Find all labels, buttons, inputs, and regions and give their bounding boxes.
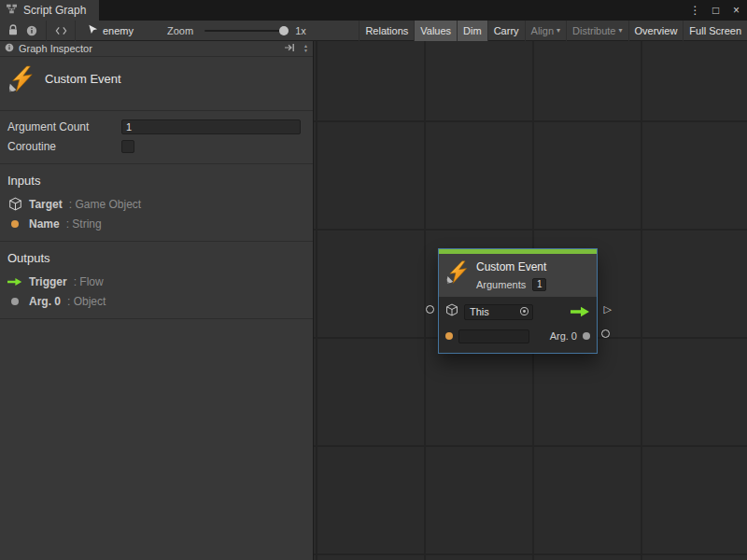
inspector-title: Graph Inspector [19,43,92,54]
target-port-circle[interactable] [426,305,434,314]
flow-port-triangle[interactable]: ▷ [604,304,612,315]
window-close-icon[interactable]: × [730,4,742,17]
coroutine-row: Coroutine [0,136,313,156]
arg0-port-circle[interactable] [601,329,610,338]
window-controls: ⋮ □ × [689,0,742,21]
custom-event-node[interactable]: Custom Event Arguments 1 This [438,248,598,354]
cursor-icon [88,24,98,36]
list-item: Name : String [0,214,313,233]
button-label: Values [420,25,451,36]
zoom-slider-handle[interactable] [279,26,289,35]
outputs-section: Outputs Trigger : Flow Arg. 0 : Object [0,242,313,319]
script-graph-icon [6,4,18,17]
port-name: Trigger [29,275,67,288]
toolbar-button-values[interactable]: Values [414,21,457,41]
port-name: Target [29,198,63,211]
toolbar-button-distribute[interactable]: Distribute▾ [566,21,627,41]
flow-arrow-icon[interactable] [571,306,590,317]
zoom-label: Zoom [167,25,193,36]
custom-event-icon [7,65,35,97]
graph-canvas[interactable]: Custom Event Arguments 1 This [314,41,747,560]
chevron-down-icon: ▾ [619,26,623,35]
value-port-icon [7,220,22,228]
button-label: Overview [635,25,678,36]
object-picker-icon[interactable] [519,306,529,318]
argument-count-input[interactable]: 1 [121,119,301,134]
port-type: : Flow [74,275,104,288]
button-label: Dim [463,25,482,36]
toolbar-button-relations[interactable]: Relations [359,21,414,41]
window-maximize-icon[interactable]: □ [710,4,722,17]
arguments-label: Arguments [476,279,526,290]
outputs-heading: Outputs [0,247,313,272]
arguments-count-field[interactable]: 1 [532,278,546,291]
toolbar-button-overview[interactable]: Overview [628,21,684,41]
toolbar-buttons: Relations Values Dim Carry Align▾ Distri… [359,21,747,41]
info-icon [5,43,14,54]
toolbar-separator [46,21,47,41]
port-name: Name [29,217,60,231]
zoom-value: 1x [295,25,306,36]
list-item: Trigger : Flow [0,272,313,291]
toolbar-button-dim[interactable]: Dim [457,21,487,41]
node-body: This Arg. 0 [439,297,597,353]
inspector-header: Graph Inspector ▲ ▼ [0,41,313,57]
toolbar: enemy Zoom 1x Relations Values Dim Carry… [0,21,747,41]
port-type: : Game Object [69,198,141,211]
port-name: Arg. 0 [29,295,61,308]
tab-script-graph[interactable]: Script Graph [0,0,99,21]
window-titlebar: Script Graph ⋮ □ × [0,0,747,21]
tab-label: Script Graph [23,4,86,17]
arg0-label: Arg. 0 [550,330,577,342]
inputs-section: Inputs Target : Game Object Name : Strin… [0,164,313,242]
event-title-section: Custom Event [0,57,313,111]
list-item: Arg. 0 : Object [0,291,313,311]
toolbar-button-align[interactable]: Align▾ [525,21,566,41]
lock-icon[interactable] [4,21,22,41]
dock-icon[interactable] [284,43,295,54]
inspect-toggle-icon[interactable] [22,21,41,41]
edit-graph-icon[interactable] [51,21,70,41]
inputs-heading: Inputs [0,170,313,194]
chevron-down-icon: ▾ [557,26,560,35]
target-dropdown-value: This [470,306,489,317]
stepper-down-icon[interactable]: ▼ [303,49,308,53]
graph-name: enemy [103,25,134,36]
node-target-row: This [445,302,590,321]
name-input-port[interactable] [445,332,453,340]
stepper-icon[interactable]: ▲ ▼ [303,44,308,53]
list-item: Target : Game Object [0,194,313,214]
flow-arrow-icon [7,277,22,287]
window-menu-icon[interactable]: ⋮ [689,4,701,17]
node-arguments-row: Arguments 1 [476,277,546,291]
toolbar-button-carry[interactable]: Carry [487,21,525,41]
toolbar-button-full-screen[interactable]: Full Screen [683,21,747,41]
button-label: Carry [494,25,519,36]
name-input-field[interactable] [458,329,529,343]
event-fields-section: Argument Count 1 Coroutine [0,111,313,164]
node-frame: Custom Event Arguments 1 This [438,248,598,354]
argument-count-row: Argument Count 1 [0,117,313,136]
zoom-slider[interactable] [204,30,285,32]
node-header[interactable]: Custom Event Arguments 1 [439,254,597,297]
button-label: Align [531,25,554,36]
node-arg-row: Arg. 0 [445,327,590,345]
cube-icon [445,303,458,320]
argument-count-label: Argument Count [7,120,121,133]
value-port-icon [7,298,22,305]
coroutine-label: Coroutine [7,140,121,153]
button-label: Distribute [572,25,615,36]
target-dropdown[interactable]: This [464,304,533,320]
cube-icon [7,197,22,211]
toolbar-separator [75,21,76,41]
graph-inspector-panel: Graph Inspector ▲ ▼ Custom Event Argumen… [0,41,314,560]
coroutine-checkbox[interactable] [121,140,134,153]
button-label: Relations [365,25,408,36]
button-label: Full Screen [689,25,741,36]
event-title: Custom Event [45,72,121,86]
node-title-block: Custom Event Arguments 1 [476,260,546,291]
custom-event-icon [445,260,470,285]
arg0-output-port[interactable] [583,332,590,340]
port-type: : String [66,217,102,231]
graph-breadcrumb[interactable]: enemy [80,24,141,36]
